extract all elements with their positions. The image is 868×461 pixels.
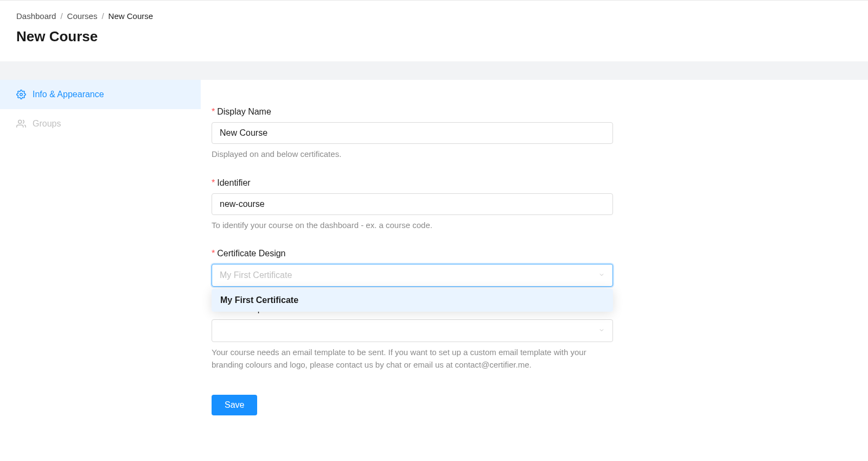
identifier-label: *Identifier — [212, 178, 613, 188]
gear-icon — [16, 90, 26, 99]
sidebar-item-info-appearance[interactable]: Info & Appearance — [0, 80, 201, 109]
save-button[interactable]: Save — [212, 395, 257, 415]
certificate-design-label: *Certificate Design — [212, 249, 613, 258]
identifier-input[interactable] — [212, 193, 613, 215]
email-template-select[interactable] — [212, 319, 613, 342]
email-template-help: Your course needs an email template to b… — [212, 346, 613, 371]
users-icon — [16, 119, 26, 129]
display-name-help: Displayed on and below certificates. — [212, 148, 613, 161]
chevron-down-icon — [598, 271, 605, 280]
breadcrumb-separator: / — [60, 11, 62, 21]
svg-point-0 — [20, 93, 23, 96]
sidebar-item-label: Info & Appearance — [33, 90, 104, 99]
certificate-design-select[interactable]: My First Certificate — [212, 264, 613, 287]
breadcrumb-courses[interactable]: Courses — [67, 11, 98, 21]
breadcrumb-separator: / — [101, 11, 104, 21]
page-title: New Course — [16, 28, 852, 45]
identifier-help: To identify your course on the dashboard… — [212, 219, 613, 232]
sidebar-item-groups[interactable]: Groups — [0, 109, 201, 138]
dropdown-option[interactable]: My First Certificate — [212, 289, 613, 312]
sidebar-item-label: Groups — [33, 119, 61, 129]
display-name-input[interactable] — [212, 122, 613, 144]
svg-point-1 — [18, 120, 22, 123]
certificate-design-dropdown: My First Certificate — [212, 289, 613, 312]
breadcrumb: Dashboard / Courses / New Course — [16, 11, 852, 21]
select-placeholder: My First Certificate — [220, 270, 292, 280]
sidebar: Info & Appearance Groups — [0, 80, 201, 437]
breadcrumb-current: New Course — [108, 11, 154, 21]
chevron-down-icon — [598, 327, 605, 335]
breadcrumb-dashboard[interactable]: Dashboard — [16, 11, 56, 21]
display-name-label: *Display Name — [212, 107, 613, 117]
